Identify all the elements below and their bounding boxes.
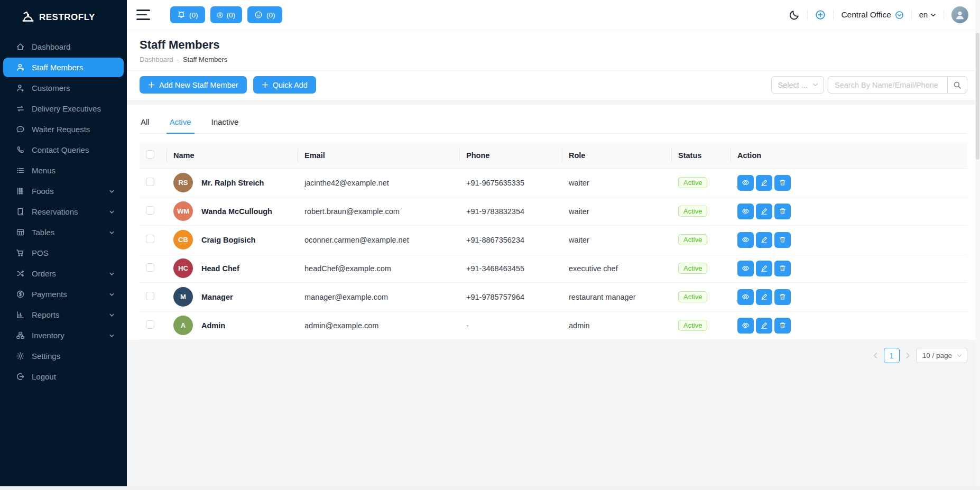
delete-button[interactable] xyxy=(774,232,791,248)
delete-button[interactable] xyxy=(774,318,791,334)
top-bar: (0) ® (0) (0) xyxy=(127,0,980,30)
view-button[interactable] xyxy=(737,289,754,305)
sidebar-item-waiter-requests[interactable]: Waiter Requests xyxy=(3,119,124,139)
status-badge: Active xyxy=(678,291,707,302)
edit-button[interactable] xyxy=(756,175,772,191)
search-input[interactable] xyxy=(828,76,947,94)
trash-icon xyxy=(779,236,787,244)
scrollbar-thumb[interactable] xyxy=(976,33,979,160)
bell-icon xyxy=(177,11,186,19)
reservations-icon xyxy=(16,207,25,216)
hamburger-menu-icon[interactable] xyxy=(136,10,150,20)
search-button[interactable] xyxy=(947,76,967,94)
chevron-down-icon xyxy=(107,229,116,236)
sidebar-item-delivery-executives[interactable]: Delivery Executives xyxy=(3,99,124,118)
sidebar-item-dashboard[interactable]: Dashboard xyxy=(3,37,124,57)
tab-all[interactable]: All xyxy=(140,114,151,133)
sidebar-item-pos[interactable]: POS xyxy=(3,243,124,263)
sidebar-item-inventory[interactable]: Inventory xyxy=(3,326,124,345)
dark-mode-toggle[interactable] xyxy=(789,10,800,20)
edit-button[interactable] xyxy=(756,318,772,334)
feedback-counter-button[interactable]: (0) xyxy=(247,6,282,23)
next-page-button[interactable] xyxy=(904,352,911,359)
language-selector[interactable]: en xyxy=(919,11,936,19)
search-field-select[interactable]: Select ... xyxy=(771,76,824,94)
row-checkbox[interactable] xyxy=(146,178,154,186)
tab-inactive[interactable]: Inactive xyxy=(210,114,240,133)
home-icon xyxy=(16,42,25,51)
staff-phone: - xyxy=(460,311,562,340)
sidebar-item-contact-queries[interactable]: Contact Queries xyxy=(3,140,124,160)
delete-button[interactable] xyxy=(774,261,791,276)
horizontal-scrollbar[interactable] xyxy=(0,486,980,490)
select-all-header xyxy=(140,142,167,169)
row-checkbox[interactable] xyxy=(146,292,154,300)
sidebar-item-label: Contact Queries xyxy=(32,145,89,154)
quick-add-button[interactable]: Quick Add xyxy=(253,76,316,94)
toolbar-search-area: Select ... xyxy=(771,76,967,94)
chevron-right-icon xyxy=(904,352,911,359)
vertical-scrollbar[interactable] xyxy=(975,0,980,486)
row-checkbox[interactable] xyxy=(146,206,154,215)
page-size-select[interactable]: 10 / page xyxy=(916,348,967,363)
select-placeholder: Select ... xyxy=(778,81,808,89)
branch-selector[interactable]: Central Office xyxy=(841,10,903,20)
sidebar-item-menus[interactable]: Menus xyxy=(3,161,124,180)
delete-button[interactable] xyxy=(774,175,791,191)
row-checkbox[interactable] xyxy=(146,320,154,329)
sidebar-item-reports[interactable]: Reports xyxy=(3,305,124,325)
staff-name: Mr. Ralph Streich xyxy=(201,179,264,187)
edit-button[interactable] xyxy=(756,289,772,305)
sidebar-item-label: Delivery Executives xyxy=(32,104,101,113)
sidebar-item-foods[interactable]: Foods xyxy=(3,181,124,201)
reservation-counter-button[interactable]: ® (0) xyxy=(210,6,243,23)
delete-button[interactable] xyxy=(774,289,791,305)
waiter-request-counter-button[interactable]: (0) xyxy=(170,6,205,23)
status-tabs: All Active Inactive xyxy=(140,114,967,134)
plus-icon xyxy=(262,81,269,88)
add-staff-member-button[interactable]: Add New Staff Member xyxy=(140,76,247,94)
sidebar-item-logout[interactable]: Logout xyxy=(3,367,124,386)
sidebar-item-label: Reports xyxy=(32,310,60,319)
prev-page-button[interactable] xyxy=(872,352,879,359)
staff-phone: +91-9783832354 xyxy=(460,197,562,226)
user-avatar[interactable] xyxy=(951,6,968,23)
sidebar-nav: Dashboard Staff Members Customers Delive… xyxy=(0,37,127,386)
sidebar-item-settings[interactable]: Settings xyxy=(3,346,124,366)
view-button[interactable] xyxy=(737,318,754,334)
sidebar-item-orders[interactable]: Orders xyxy=(3,264,124,283)
edit-button[interactable] xyxy=(756,204,772,219)
column-header-name: Name xyxy=(167,142,298,169)
column-header-phone: Phone xyxy=(460,142,562,169)
avatar: RS xyxy=(173,173,193,192)
pencil-icon xyxy=(760,293,768,301)
edit-button[interactable] xyxy=(756,261,772,276)
sidebar-item-tables[interactable]: Tables xyxy=(3,223,124,242)
delete-button[interactable] xyxy=(774,204,791,219)
status-badge: Active xyxy=(678,206,707,217)
view-button[interactable] xyxy=(737,175,754,191)
sidebar-item-payments[interactable]: Payments xyxy=(3,284,124,304)
breadcrumb-dashboard-link[interactable]: Dashboard xyxy=(140,56,173,63)
view-button[interactable] xyxy=(737,204,754,219)
view-button[interactable] xyxy=(737,232,754,248)
edit-button[interactable] xyxy=(756,232,772,248)
row-checkbox[interactable] xyxy=(146,263,154,272)
reports-icon xyxy=(16,310,25,319)
sidebar-item-staff-members[interactable]: Staff Members xyxy=(3,58,124,77)
staff-email: headChef@example.com xyxy=(298,254,460,283)
row-checkbox[interactable] xyxy=(146,235,154,243)
select-all-checkbox[interactable] xyxy=(146,150,154,159)
chevron-down-icon xyxy=(107,271,116,277)
view-button[interactable] xyxy=(737,261,754,276)
column-header-status: Status xyxy=(672,142,731,169)
page-number-button[interactable]: 1 xyxy=(884,348,900,363)
status-badge: Active xyxy=(678,177,707,188)
sidebar-item-customers[interactable]: Customers xyxy=(3,78,124,98)
staff-phone: +91-3468463455 xyxy=(460,254,562,283)
column-header-role: Role xyxy=(562,142,672,169)
sidebar-item-reservations[interactable]: Reservations xyxy=(3,202,124,221)
chevron-down-icon xyxy=(957,353,962,358)
quick-create-button[interactable] xyxy=(815,10,826,20)
tab-active[interactable]: Active xyxy=(169,114,192,133)
